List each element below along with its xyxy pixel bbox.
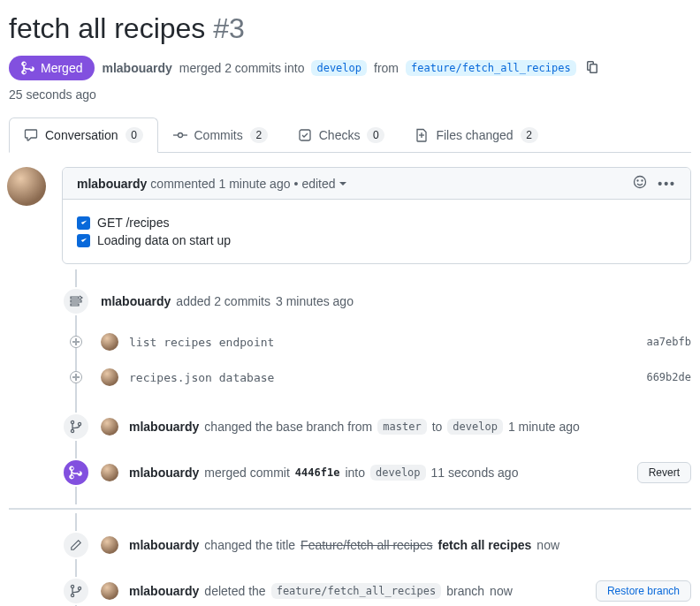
old-title: Feature/fetch all recipes — [301, 538, 432, 552]
tab-conversation-count: 0 — [126, 127, 143, 143]
svg-point-0 — [178, 133, 182, 138]
comment-block: mlabouardy commented 1 minute ago • edit… — [7, 167, 691, 264]
branch-icon — [62, 577, 90, 605]
branch-icon — [62, 413, 90, 441]
commit-dot-icon — [70, 371, 82, 383]
tab-files[interactable]: Files changed 2 — [399, 117, 552, 153]
event-merge: mlabouardy merged commit 4446f1e into de… — [62, 450, 691, 496]
comment-edited[interactable]: edited — [301, 177, 335, 191]
event-text: changed the title — [204, 538, 295, 552]
event-author[interactable]: mlabouardy — [129, 420, 199, 434]
merge-commit-sha[interactable]: 4446f1e — [295, 466, 340, 479]
tab-conversation[interactable]: Conversation 0 — [9, 117, 158, 153]
commit-row: list recipes endpoint aa7ebfb — [62, 324, 691, 360]
avatar[interactable] — [101, 333, 118, 351]
avatar[interactable] — [101, 464, 118, 481]
event-author[interactable]: mlabouardy — [129, 466, 199, 480]
pr-title: fetch all recipes #3 — [9, 12, 691, 45]
commit-sha[interactable]: 669b2de — [646, 371, 691, 383]
commit-message[interactable]: recipes.json database — [129, 371, 274, 384]
avatar[interactable] — [101, 536, 118, 554]
svg-point-8 — [642, 180, 643, 181]
pr-title-text: fetch all recipes — [9, 12, 205, 44]
checkbox-checked-icon[interactable] — [77, 234, 90, 247]
tab-files-count: 2 — [521, 127, 538, 143]
pr-number: #3 — [213, 12, 245, 44]
state-badge-label: Merged — [41, 61, 82, 75]
task-text: Loading data on start up — [97, 233, 231, 247]
head-branch-chip[interactable]: feature/fetch_all_recipes — [406, 60, 576, 76]
merge-text-1: merged 2 commits into — [179, 61, 305, 75]
copy-branch-icon[interactable] — [585, 60, 599, 77]
tab-checks-count: 0 — [367, 127, 384, 143]
commit-row: recipes.json database 669b2de — [62, 360, 691, 395]
event-time[interactable]: now — [536, 538, 559, 552]
tab-files-label: Files changed — [436, 128, 513, 142]
event-author[interactable]: mlabouardy — [129, 538, 199, 552]
state-badge: Merged — [9, 56, 95, 80]
svg-point-10 — [71, 429, 73, 432]
event-time[interactable]: 1 minute ago — [508, 420, 580, 434]
tab-conversation-label: Conversation — [45, 128, 118, 142]
event-time[interactable]: 3 minutes ago — [276, 294, 354, 308]
avatar[interactable] — [7, 167, 46, 206]
branch-chip-from: master — [377, 419, 426, 435]
merge-icon — [62, 458, 90, 487]
event-added-commits: mlabouardy added 2 commits 3 minutes ago — [62, 278, 691, 324]
svg-point-11 — [78, 422, 80, 425]
emoji-icon[interactable] — [633, 175, 647, 192]
restore-branch-button[interactable]: Restore branch — [596, 580, 691, 602]
checkbox-checked-icon[interactable] — [77, 216, 90, 230]
tab-checks[interactable]: Checks 0 — [283, 117, 400, 153]
divider — [9, 508, 691, 510]
pr-author[interactable]: mlabouardy — [102, 61, 171, 75]
new-title: fetch all recipes — [438, 538, 532, 552]
commit-sha[interactable]: aa7ebfb — [646, 336, 691, 348]
event-rename: mlabouardy changed the title Feature/fet… — [62, 522, 691, 568]
merge-text-2: from — [374, 61, 399, 75]
svg-point-7 — [637, 180, 638, 181]
comment-author[interactable]: mlabouardy — [77, 177, 147, 191]
tab-commits-label: Commits — [194, 128, 243, 142]
event-author[interactable]: mlabouardy — [129, 584, 199, 598]
event-text: added 2 commits — [176, 294, 270, 308]
event-time[interactable]: now — [490, 584, 513, 598]
event-base-change: mlabouardy changed the base branch from … — [62, 404, 691, 450]
event-text: branch — [446, 584, 484, 598]
avatar[interactable] — [101, 582, 118, 600]
pencil-icon — [62, 531, 90, 559]
comment-body: GET /recipes Loading data on start up — [63, 200, 690, 263]
event-time[interactable]: 11 seconds ago — [431, 466, 519, 480]
svg-point-6 — [635, 177, 646, 188]
chevron-down-icon[interactable] — [339, 182, 346, 186]
merge-branch-chip: develop — [370, 465, 426, 481]
tab-commits-count: 2 — [250, 127, 268, 143]
tabs: Conversation 0 Commits 2 Checks 0 Files … — [9, 117, 691, 153]
avatar[interactable] — [101, 418, 118, 436]
tab-commits[interactable]: Commits 2 — [158, 117, 283, 153]
merge-icon — [21, 61, 35, 75]
event-text: changed the base branch from — [204, 420, 372, 434]
tab-checks-label: Checks — [319, 128, 361, 142]
branch-chip-to: develop — [447, 419, 503, 435]
comment-bullet: • — [293, 177, 298, 191]
svg-point-12 — [71, 585, 73, 587]
event-text: deleted the — [204, 584, 265, 598]
base-branch-chip[interactable]: develop — [311, 60, 367, 76]
commit-dot-icon — [70, 336, 82, 348]
svg-point-13 — [71, 594, 73, 596]
commit-message[interactable]: list recipes endpoint — [129, 336, 274, 349]
comment-verb: commented — [150, 177, 215, 191]
deleted-branch-chip: feature/fetch_all_recipes — [271, 583, 442, 599]
revert-button[interactable]: Revert — [637, 462, 691, 483]
task-item: Loading data on start up — [77, 233, 676, 247]
timeline: mlabouardy commented 1 minute ago • edit… — [9, 167, 691, 606]
comment-box: mlabouardy commented 1 minute ago • edit… — [62, 167, 691, 264]
event-author[interactable]: mlabouardy — [101, 294, 171, 308]
svg-rect-3 — [300, 130, 310, 140]
svg-point-14 — [78, 587, 80, 589]
kebab-icon[interactable]: ••• — [658, 177, 676, 191]
avatar[interactable] — [101, 368, 118, 386]
comment-time[interactable]: 1 minute ago — [219, 177, 291, 191]
push-icon — [62, 287, 90, 315]
